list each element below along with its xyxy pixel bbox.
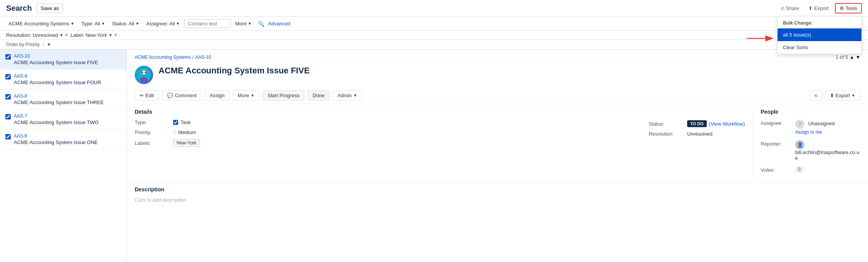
search-button[interactable]: 🔍 — [256, 20, 266, 28]
assignee-filter[interactable]: Assignee: All ▼ — [144, 20, 182, 27]
chevron-down-icon: ▼ — [176, 22, 180, 26]
remove-label-filter[interactable]: ✕ — [114, 33, 117, 38]
status-row: Status: TO DO (View Workflow) — [649, 120, 745, 127]
more-button[interactable]: More ▼ — [233, 90, 260, 101]
share-issue-button[interactable]: ⎋ — [810, 90, 823, 101]
assign-to-me-link[interactable]: Assign to me — [795, 129, 860, 135]
issue-key: AAS-7 — [14, 113, 121, 119]
issue-navigation: 1 of 5 ▲ ▼ — [836, 54, 860, 60]
top-bar: Search Save as ⎋ Share ⬆ Export ⚙ Tools — [0, 0, 868, 17]
comment-button[interactable]: 💬 Comment — [162, 90, 201, 101]
votes-label: Votes: — [761, 166, 795, 173]
sort-arrow-icon: ↓ — [42, 42, 44, 47]
start-progress-button[interactable]: Start Progress — [262, 90, 304, 101]
list-item[interactable]: AAS-7 ACME Accounting System Issue TWO — [0, 109, 127, 129]
edit-button[interactable]: ✏ Edit — [135, 90, 159, 101]
priority-value: ↑ Medium — [173, 129, 196, 135]
label-tag[interactable]: New-York — [173, 139, 200, 147]
reporter-label: Reporter: — [761, 140, 795, 147]
chevron-down-icon: ▼ — [47, 42, 51, 47]
resolution-label: Resolution: — [649, 131, 687, 137]
search-icon: 🔍 — [258, 21, 264, 27]
resolution-row: Resolution: Unresolved — [649, 131, 745, 137]
all-issues-option[interactable]: all 5 issue(s) — [778, 28, 861, 41]
top-bar-left: Search Save as — [6, 3, 63, 13]
labels-row: Labels: New-York — [135, 139, 641, 147]
view-workflow-link[interactable]: (View Workflow) — [709, 121, 745, 127]
issue-checkbox[interactable] — [5, 74, 11, 80]
filter-bar: ACME Accounting Systems ▼ Type: All ▼ St… — [0, 17, 868, 31]
issue-key: AAS-6 — [14, 133, 121, 139]
status-badge[interactable]: TO DO — [687, 120, 707, 127]
issue-checkbox[interactable] — [5, 134, 11, 139]
people-section: People Assignee: ? Unassigned Assign to … — [753, 109, 860, 178]
issue-checkbox[interactable] — [5, 94, 11, 99]
action-buttons: ✏ Edit 💬 Comment Assign More ▼ Start Pro… — [127, 87, 868, 104]
chevron-down-icon: ▼ — [70, 22, 74, 26]
list-item[interactable]: AAS-9 ACME Accounting System Issue FOUR — [0, 70, 127, 90]
assignee-label: Assignee: — [761, 119, 795, 126]
tools-button[interactable]: ⚙ Tools — [835, 3, 862, 13]
order-bar: Order by Priority ↓ ▼ — [0, 40, 868, 50]
list-item[interactable]: AAS-10 ACME Accounting System Issue FIVE — [0, 50, 127, 70]
breadcrumb-project[interactable]: ACME Accounting Systems — [135, 55, 191, 60]
assign-button[interactable]: Assign — [205, 90, 230, 101]
people-section-title: People — [761, 109, 860, 115]
export-issue-button[interactable]: ⬆ Export ▼ — [825, 90, 860, 101]
issue-key: AAS-8 — [14, 93, 121, 99]
reporter-value: 👤 bill.echlin@traqsoftware.co.u k — [795, 140, 860, 161]
issue-list: AAS-10 ACME Accounting System Issue FIVE… — [0, 50, 127, 262]
issue-info: AAS-10 ACME Accounting System Issue FIVE — [14, 53, 121, 65]
issue-info: AAS-8 ACME Accounting System Issue THREE — [14, 93, 121, 105]
issue-detail-panel: ACME Accounting Systems / AAS-10 1 of 5 … — [127, 50, 868, 262]
issue-checkbox[interactable] — [5, 114, 11, 119]
list-item[interactable]: AAS-6 ACME Accounting System Issue ONE — [0, 129, 127, 149]
remove-resolution-filter[interactable]: ✕ — [65, 33, 68, 38]
more-filter[interactable]: More ▼ — [233, 20, 254, 27]
status-filter[interactable]: Status: All ▼ — [110, 20, 142, 27]
chevron-down-icon: ▼ — [101, 22, 105, 26]
description-section: Description Click to add description — [127, 183, 868, 209]
issue-title: ACME Accounting System Issue FIVE — [159, 66, 310, 76]
nav-up-button[interactable]: ▲ — [850, 55, 854, 60]
resolution-value: Unresolved — [687, 131, 713, 137]
list-item[interactable]: AAS-8 ACME Accounting System Issue THREE — [0, 90, 127, 109]
clear-sorts-option[interactable]: Clear Sorts — [778, 41, 861, 54]
reporter-row: Reporter: 👤 bill.echlin@traqsoftware.co.… — [761, 140, 860, 161]
top-bar-right: ⎋ Share ⬆ Export ⚙ Tools — [778, 3, 862, 13]
description-title: Description — [135, 186, 860, 192]
issue-summary: ACME Accounting System Issue ONE — [14, 139, 121, 145]
comment-icon: 💬 — [167, 93, 173, 98]
edit-icon: ✏ — [140, 93, 144, 98]
type-filter[interactable]: Type: All ▼ — [79, 20, 107, 27]
export-icon: ⬆ — [808, 5, 813, 11]
order-options-button[interactable]: ▼ — [47, 42, 51, 47]
breadcrumb-key[interactable]: AAS-10 — [195, 55, 211, 60]
project-filter[interactable]: ACME Accounting Systems ▼ — [6, 20, 77, 27]
breadcrumb: ACME Accounting Systems / AAS-10 — [135, 55, 211, 60]
assignee-value: ? Unassigned Assign to me — [795, 119, 860, 135]
priority-icon: ↑ — [173, 129, 176, 135]
issue-key: AAS-9 — [14, 73, 121, 79]
label-filter-tag[interactable]: Label: New-York ▼ ✕ — [70, 32, 117, 38]
search-input[interactable] — [184, 19, 230, 28]
order-label: Order by Priority — [6, 42, 40, 47]
issue-title-row: ACME Accounting System Issue FIVE — [127, 62, 868, 87]
share-button[interactable]: ⎋ Share — [778, 4, 802, 13]
admin-button[interactable]: Admin ▼ — [333, 90, 362, 101]
done-button[interactable]: Done — [307, 90, 329, 101]
export-button[interactable]: ⬆ Export — [805, 4, 832, 13]
task-type-checkbox[interactable] — [173, 120, 178, 125]
chevron-down-icon: ▼ — [851, 93, 855, 98]
description-placeholder[interactable]: Click to add description — [135, 197, 860, 203]
status-value: TO DO (View Workflow) — [687, 120, 745, 127]
priority-label: Priority: — [135, 129, 173, 135]
nav-down-button[interactable]: ▼ — [856, 55, 860, 60]
issue-summary: ACME Accounting System Issue FOUR — [14, 80, 121, 85]
resolution-filter-tag[interactable]: Resolution: Unresolved ▼ ✕ — [6, 32, 68, 38]
save-as-button[interactable]: Save as — [37, 3, 63, 13]
issue-key: AAS-10 — [14, 53, 121, 59]
issue-checkbox[interactable] — [5, 54, 11, 60]
chevron-down-icon: ▼ — [250, 93, 254, 98]
advanced-button[interactable]: Advanced — [268, 21, 290, 27]
